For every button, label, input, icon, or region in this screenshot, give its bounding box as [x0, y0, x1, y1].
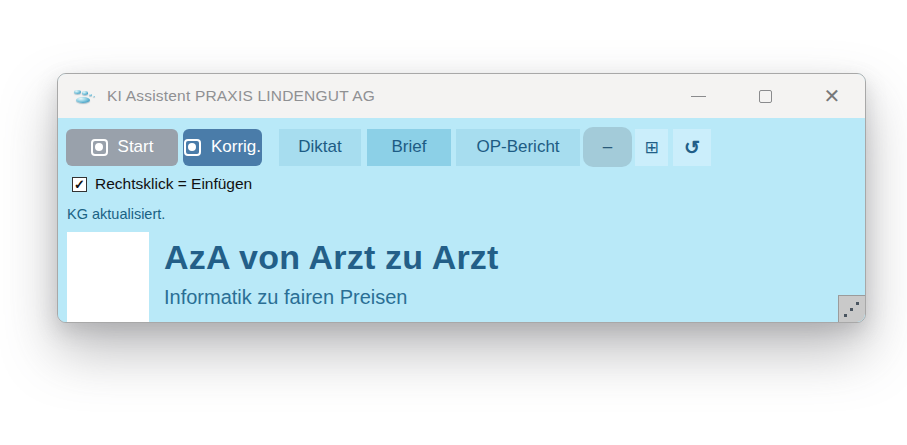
start-button[interactable]: Start — [66, 129, 178, 166]
window-content: Start Korrig. Diktat Brief OP-Bericht – … — [58, 118, 865, 322]
grid-button[interactable]: ⊞ — [635, 129, 668, 166]
window-controls: ✕ — [689, 87, 841, 105]
grip-dot — [856, 302, 859, 305]
maximize-icon — [759, 90, 772, 103]
app-window: KI Assistent PRAXIS LINDENGUT AG ✕ Start… — [57, 73, 866, 323]
start-button-label: Start — [118, 137, 154, 157]
refresh-button[interactable]: ↺ — [673, 129, 711, 166]
op-bericht-button[interactable]: OP-Bericht — [456, 129, 580, 166]
brand-tagline: Informatik zu fairen Preisen — [164, 286, 499, 309]
window-title: KI Assistent PRAXIS LINDENGUT AG — [107, 87, 375, 105]
app-droplets-icon — [71, 87, 97, 106]
brand-section: AzA von Arzt zu Arzt Informatik zu faire… — [67, 232, 865, 322]
aza-logo — [67, 232, 149, 322]
maximize-button[interactable] — [756, 87, 774, 105]
korrig-button[interactable]: Korrig. — [183, 129, 262, 166]
close-button[interactable]: ✕ — [823, 87, 841, 105]
rightclick-paste-option[interactable]: ✓ Rechtsklick = Einfügen — [72, 175, 865, 193]
diktat-button[interactable]: Diktat — [279, 129, 361, 166]
titlebar[interactable]: KI Assistent PRAXIS LINDENGUT AG ✕ — [58, 74, 865, 118]
paste-checkbox-label: Rechtsklick = Einfügen — [95, 175, 252, 193]
desktop-background: KI Assistent PRAXIS LINDENGUT AG ✕ Start… — [0, 0, 907, 445]
record-icon — [91, 139, 108, 156]
status-message: KG aktualisiert. — [67, 206, 865, 222]
close-icon: ✕ — [824, 87, 841, 105]
korrig-button-label: Korrig. — [211, 137, 261, 157]
brand-headline: AzA von Arzt zu Arzt — [164, 238, 499, 277]
grip-dot — [850, 308, 853, 311]
record-icon — [184, 139, 201, 156]
minimize-button[interactable] — [689, 87, 707, 105]
minus-button[interactable]: – — [583, 127, 632, 167]
minimize-icon — [691, 96, 706, 97]
toolbar: Start Korrig. Diktat Brief OP-Bericht – … — [66, 128, 865, 166]
resize-grip[interactable] — [838, 295, 865, 322]
grip-dot — [844, 314, 847, 317]
brand-text: AzA von Arzt zu Arzt Informatik zu faire… — [164, 232, 499, 309]
paste-checkbox[interactable]: ✓ — [72, 177, 87, 192]
brief-button[interactable]: Brief — [367, 129, 451, 166]
